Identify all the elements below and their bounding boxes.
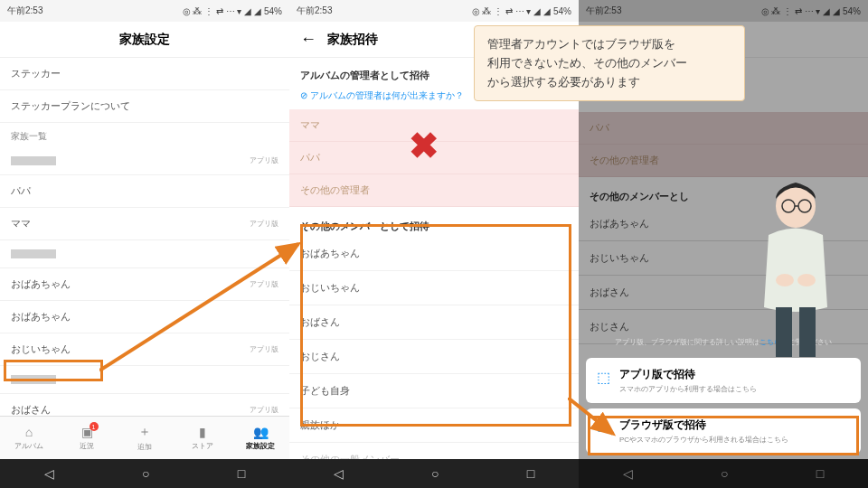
status-bar: 午前2:53 ◎ ⁂ ⋮ ⇄ ⋯ ▾ ◢ ◢54% <box>0 0 289 22</box>
people-icon: 👥 <box>253 425 269 439</box>
family-row[interactable]: パパ <box>0 175 289 208</box>
recents-icon[interactable]: □ <box>527 466 534 481</box>
member-row[interactable]: 親族ほか <box>289 408 579 443</box>
explanation-callout: 管理者アカウントではブラウザ版を 利用できないため、その他のメンバー から選択す… <box>474 25 745 101</box>
admin-row-other[interactable]: その他の管理者 <box>289 174 579 207</box>
member-row[interactable]: おばさん <box>289 305 579 340</box>
family-row[interactable] <box>0 240 289 268</box>
svg-point-6 <box>776 274 794 286</box>
phone-icon: ⬚ <box>597 369 610 386</box>
family-row[interactable]: おじいちゃんアプリ版 <box>0 333 289 366</box>
bag-icon: ▮ <box>199 425 206 439</box>
family-row[interactable] <box>0 366 289 394</box>
family-list-header: 家族一覧 <box>0 123 289 146</box>
status-bar: 午前2:53 ◎ ⁂ ⋮ ⇄ ⋯ ▾ ◢ ◢54% <box>289 0 579 22</box>
android-nav-bar: ◁ ○ □ <box>0 459 289 488</box>
admin-row-mama[interactable]: ママ <box>289 109 579 142</box>
home-icon[interactable]: ○ <box>142 466 149 481</box>
back-icon[interactable]: ◁ <box>334 466 344 481</box>
plus-icon: ＋ <box>138 424 151 440</box>
chat-icon: ▣1 <box>81 425 93 439</box>
svg-rect-8 <box>776 307 792 357</box>
member-row[interactable]: おじいちゃん <box>289 271 579 305</box>
family-row[interactable]: おばさんアプリ版 <box>0 394 289 416</box>
recents-icon[interactable]: □ <box>238 466 245 481</box>
home-icon: ⌂ <box>25 425 33 439</box>
android-nav-bar: ◁ ○ □ <box>289 459 579 488</box>
home-icon[interactable]: ○ <box>431 466 439 481</box>
invite-browser-option[interactable]: ▭ ブラウザ版で招待PCやスマホのブラウザから利用される場合はこちら <box>586 408 861 454</box>
laptop-icon: ▭ <box>597 419 610 436</box>
person-illustration <box>741 172 850 361</box>
svg-point-7 <box>797 274 816 286</box>
back-icon[interactable]: ◁ <box>44 466 54 481</box>
member-list: おばあちゃん おじいちゃん おばさん おじさん 子ども自身 親族ほか その他の一… <box>289 237 579 459</box>
tab-store[interactable]: ▮ストア <box>174 417 231 459</box>
member-row[interactable]: 子ども自身 <box>289 374 579 408</box>
family-row[interactable]: おばあちゃんアプリ版 <box>0 268 289 301</box>
family-row[interactable]: おばあちゃん <box>0 301 289 333</box>
member-invite-header: その他のメンバーとして招待 <box>289 207 579 237</box>
tab-recent[interactable]: ▣1近況 <box>58 417 116 459</box>
app-bar: 家族設定 <box>0 22 289 58</box>
page-title: 家族設定 <box>11 32 278 48</box>
admin-list: ママ パパ その他の管理者 <box>289 109 579 207</box>
sticker-row[interactable]: ステッカー <box>0 58 289 90</box>
svg-rect-9 <box>799 307 816 357</box>
tab-family-settings[interactable]: 👥家族設定 <box>231 417 289 459</box>
admin-row-papa[interactable]: パパ <box>289 142 579 174</box>
tab-add[interactable]: ＋追加 <box>116 417 174 459</box>
family-row[interactable]: アプリ版 <box>0 146 289 175</box>
invite-app-option[interactable]: ⬚ アプリ版で招待スマホのアプリから利用する場合はこちら <box>586 358 861 403</box>
screen-family-settings: 午前2:53 ◎ ⁂ ⋮ ⇄ ⋯ ▾ ◢ ◢54% 家族設定 ステッカー ステッ… <box>0 0 289 488</box>
member-row[interactable]: おばあちゃん <box>289 237 579 271</box>
page-title: 家族招待 <box>327 32 378 48</box>
back-button[interactable]: ← <box>300 30 316 49</box>
bottom-tab-bar: ⌂アルバム ▣1近況 ＋追加 ▮ストア 👥家族設定 <box>0 416 289 459</box>
member-row-other[interactable]: その他の一般メンバー <box>289 443 579 459</box>
tab-album[interactable]: ⌂アルバム <box>0 417 58 459</box>
sticker-plan-row[interactable]: ステッカープランについて <box>0 90 289 123</box>
family-row[interactable]: ママアプリ版 <box>0 208 289 240</box>
member-row[interactable]: おじさん <box>289 340 579 374</box>
